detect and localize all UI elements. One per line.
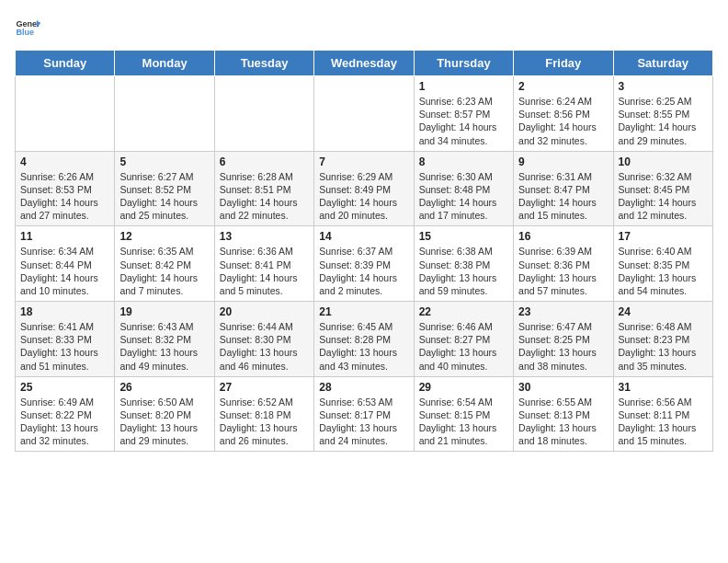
calendar-week-row: 18Sunrise: 6:41 AM Sunset: 8:33 PM Dayli… bbox=[16, 302, 713, 377]
calendar-header-row: SundayMondayTuesdayWednesdayThursdayFrid… bbox=[16, 51, 713, 76]
calendar-cell: 5Sunrise: 6:27 AM Sunset: 8:52 PM Daylig… bbox=[115, 151, 214, 226]
day-number: 22 bbox=[419, 305, 508, 318]
calendar-body: 1Sunrise: 6:23 AM Sunset: 8:57 PM Daylig… bbox=[16, 76, 713, 452]
header: General Blue bbox=[15, 15, 713, 40]
day-info: Sunrise: 6:25 AM Sunset: 8:55 PM Dayligh… bbox=[619, 95, 708, 147]
calendar-week-row: 1Sunrise: 6:23 AM Sunset: 8:57 PM Daylig… bbox=[16, 76, 713, 152]
day-info: Sunrise: 6:31 AM Sunset: 8:47 PM Dayligh… bbox=[518, 170, 608, 223]
day-info: Sunrise: 6:55 AM Sunset: 8:13 PM Dayligh… bbox=[518, 396, 608, 448]
day-number: 10 bbox=[619, 155, 708, 168]
day-number: 5 bbox=[119, 155, 209, 168]
day-number: 29 bbox=[419, 381, 508, 394]
day-info: Sunrise: 6:56 AM Sunset: 8:11 PM Dayligh… bbox=[619, 396, 708, 448]
day-number: 4 bbox=[20, 155, 109, 168]
day-info: Sunrise: 6:26 AM Sunset: 8:53 PM Dayligh… bbox=[20, 170, 109, 223]
day-number: 13 bbox=[220, 230, 309, 243]
calendar-cell: 10Sunrise: 6:32 AM Sunset: 8:45 PM Dayli… bbox=[613, 151, 712, 226]
calendar-cell: 14Sunrise: 6:37 AM Sunset: 8:39 PM Dayli… bbox=[314, 226, 414, 302]
calendar-cell bbox=[314, 76, 414, 152]
day-info: Sunrise: 6:29 AM Sunset: 8:49 PM Dayligh… bbox=[319, 170, 408, 223]
calendar-cell: 27Sunrise: 6:52 AM Sunset: 8:18 PM Dayli… bbox=[214, 376, 313, 452]
calendar-cell: 22Sunrise: 6:46 AM Sunset: 8:27 PM Dayli… bbox=[414, 302, 513, 377]
calendar-cell: 7Sunrise: 6:29 AM Sunset: 8:49 PM Daylig… bbox=[314, 151, 414, 226]
day-info: Sunrise: 6:35 AM Sunset: 8:42 PM Dayligh… bbox=[119, 245, 209, 297]
day-info: Sunrise: 6:27 AM Sunset: 8:52 PM Dayligh… bbox=[119, 170, 209, 223]
calendar-cell: 23Sunrise: 6:47 AM Sunset: 8:25 PM Dayli… bbox=[514, 302, 613, 377]
day-number: 19 bbox=[119, 305, 209, 318]
day-info: Sunrise: 6:47 AM Sunset: 8:25 PM Dayligh… bbox=[518, 320, 608, 373]
calendar-cell: 3Sunrise: 6:25 AM Sunset: 8:55 PM Daylig… bbox=[613, 76, 712, 152]
day-number: 24 bbox=[619, 305, 708, 318]
day-info: Sunrise: 6:32 AM Sunset: 8:45 PM Dayligh… bbox=[619, 170, 708, 223]
day-info: Sunrise: 6:45 AM Sunset: 8:28 PM Dayligh… bbox=[319, 320, 408, 373]
day-number: 18 bbox=[20, 305, 109, 318]
day-info: Sunrise: 6:44 AM Sunset: 8:30 PM Dayligh… bbox=[220, 320, 309, 373]
calendar-cell: 17Sunrise: 6:40 AM Sunset: 8:35 PM Dayli… bbox=[613, 226, 712, 302]
calendar-cell: 9Sunrise: 6:31 AM Sunset: 8:47 PM Daylig… bbox=[514, 151, 613, 226]
calendar-cell: 25Sunrise: 6:49 AM Sunset: 8:22 PM Dayli… bbox=[16, 376, 115, 452]
day-info: Sunrise: 6:54 AM Sunset: 8:15 PM Dayligh… bbox=[419, 396, 508, 448]
day-number: 26 bbox=[119, 381, 209, 394]
day-number: 11 bbox=[20, 230, 109, 243]
day-info: Sunrise: 6:24 AM Sunset: 8:56 PM Dayligh… bbox=[518, 95, 608, 147]
day-number: 12 bbox=[119, 230, 209, 243]
calendar-cell: 20Sunrise: 6:44 AM Sunset: 8:30 PM Dayli… bbox=[214, 302, 313, 377]
day-number: 21 bbox=[319, 305, 408, 318]
day-info: Sunrise: 6:39 AM Sunset: 8:36 PM Dayligh… bbox=[518, 245, 608, 297]
calendar-cell: 31Sunrise: 6:56 AM Sunset: 8:11 PM Dayli… bbox=[613, 376, 712, 452]
day-info: Sunrise: 6:37 AM Sunset: 8:39 PM Dayligh… bbox=[319, 245, 408, 297]
calendar-cell: 6Sunrise: 6:28 AM Sunset: 8:51 PM Daylig… bbox=[214, 151, 313, 226]
day-info: Sunrise: 6:30 AM Sunset: 8:48 PM Dayligh… bbox=[419, 170, 508, 223]
calendar-cell: 1Sunrise: 6:23 AM Sunset: 8:57 PM Daylig… bbox=[414, 76, 513, 152]
calendar-week-row: 11Sunrise: 6:34 AM Sunset: 8:44 PM Dayli… bbox=[16, 226, 713, 302]
svg-text:Blue: Blue bbox=[16, 28, 34, 37]
day-info: Sunrise: 6:48 AM Sunset: 8:23 PM Dayligh… bbox=[619, 320, 708, 373]
day-number: 14 bbox=[319, 230, 408, 243]
calendar-cell: 11Sunrise: 6:34 AM Sunset: 8:44 PM Dayli… bbox=[16, 226, 115, 302]
calendar-week-row: 25Sunrise: 6:49 AM Sunset: 8:22 PM Dayli… bbox=[16, 376, 713, 452]
day-info: Sunrise: 6:52 AM Sunset: 8:18 PM Dayligh… bbox=[220, 396, 309, 448]
day-number: 3 bbox=[619, 80, 708, 93]
day-number: 17 bbox=[619, 230, 708, 243]
day-number: 25 bbox=[20, 381, 109, 394]
calendar-cell: 28Sunrise: 6:53 AM Sunset: 8:17 PM Dayli… bbox=[314, 376, 414, 452]
calendar-cell: 2Sunrise: 6:24 AM Sunset: 8:56 PM Daylig… bbox=[514, 76, 613, 152]
calendar-cell: 19Sunrise: 6:43 AM Sunset: 8:32 PM Dayli… bbox=[115, 302, 214, 377]
calendar-cell: 4Sunrise: 6:26 AM Sunset: 8:53 PM Daylig… bbox=[16, 151, 115, 226]
day-number: 9 bbox=[518, 155, 608, 168]
day-number: 23 bbox=[518, 305, 608, 318]
day-info: Sunrise: 6:28 AM Sunset: 8:51 PM Dayligh… bbox=[220, 170, 309, 223]
calendar-cell: 15Sunrise: 6:38 AM Sunset: 8:38 PM Dayli… bbox=[414, 226, 513, 302]
calendar-cell: 13Sunrise: 6:36 AM Sunset: 8:41 PM Dayli… bbox=[214, 226, 313, 302]
calendar-cell bbox=[115, 76, 214, 152]
day-number: 2 bbox=[518, 80, 608, 93]
calendar-cell: 12Sunrise: 6:35 AM Sunset: 8:42 PM Dayli… bbox=[115, 226, 214, 302]
day-number: 6 bbox=[220, 155, 309, 168]
calendar-cell: 16Sunrise: 6:39 AM Sunset: 8:36 PM Dayli… bbox=[514, 226, 613, 302]
day-number: 28 bbox=[319, 381, 408, 394]
day-number: 31 bbox=[619, 381, 708, 394]
calendar-cell bbox=[214, 76, 313, 152]
day-info: Sunrise: 6:53 AM Sunset: 8:17 PM Dayligh… bbox=[319, 396, 408, 448]
day-info: Sunrise: 6:50 AM Sunset: 8:20 PM Dayligh… bbox=[119, 396, 209, 448]
day-info: Sunrise: 6:41 AM Sunset: 8:33 PM Dayligh… bbox=[20, 320, 109, 373]
calendar-header-sunday: Sunday bbox=[16, 51, 115, 76]
day-info: Sunrise: 6:36 AM Sunset: 8:41 PM Dayligh… bbox=[220, 245, 309, 297]
day-info: Sunrise: 6:46 AM Sunset: 8:27 PM Dayligh… bbox=[419, 320, 508, 373]
day-number: 15 bbox=[419, 230, 508, 243]
logo-icon: General Blue bbox=[15, 15, 40, 40]
calendar-week-row: 4Sunrise: 6:26 AM Sunset: 8:53 PM Daylig… bbox=[16, 151, 713, 226]
calendar-cell bbox=[16, 76, 115, 152]
day-info: Sunrise: 6:34 AM Sunset: 8:44 PM Dayligh… bbox=[20, 245, 109, 297]
day-info: Sunrise: 6:49 AM Sunset: 8:22 PM Dayligh… bbox=[20, 396, 109, 448]
calendar-header-saturday: Saturday bbox=[613, 51, 712, 76]
day-number: 8 bbox=[419, 155, 508, 168]
calendar-cell: 24Sunrise: 6:48 AM Sunset: 8:23 PM Dayli… bbox=[613, 302, 712, 377]
calendar-cell: 29Sunrise: 6:54 AM Sunset: 8:15 PM Dayli… bbox=[414, 376, 513, 452]
calendar-header-monday: Monday bbox=[115, 51, 214, 76]
day-number: 30 bbox=[518, 381, 608, 394]
day-number: 27 bbox=[220, 381, 309, 394]
day-info: Sunrise: 6:43 AM Sunset: 8:32 PM Dayligh… bbox=[119, 320, 209, 373]
calendar-cell: 18Sunrise: 6:41 AM Sunset: 8:33 PM Dayli… bbox=[16, 302, 115, 377]
calendar-cell: 30Sunrise: 6:55 AM Sunset: 8:13 PM Dayli… bbox=[514, 376, 613, 452]
